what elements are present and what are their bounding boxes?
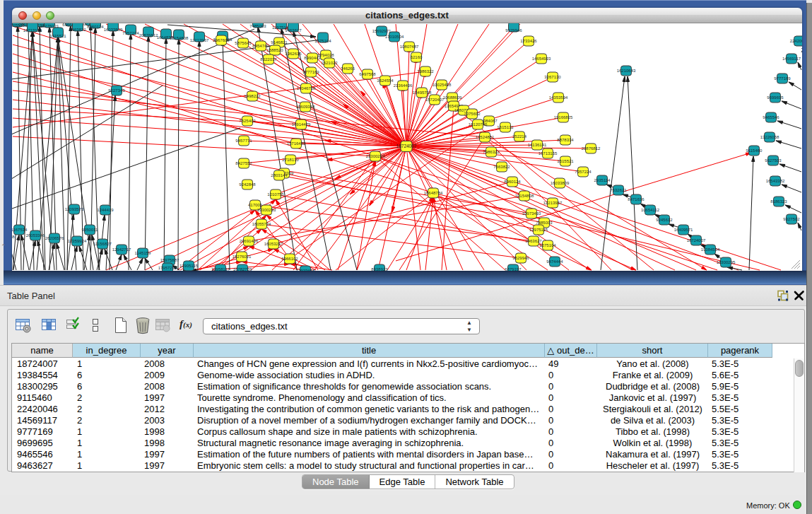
svg-text:1362615: 1362615 [285,52,302,56]
svg-text:11156827: 11156827 [93,242,112,246]
svg-text:6497568: 6497568 [359,72,376,76]
svg-text:13524851: 13524851 [476,135,495,139]
svg-text:7357224: 7357224 [575,170,592,174]
svg-text:1733426: 1733426 [520,39,537,43]
svg-text:18055724: 18055724 [252,222,271,226]
svg-text:9529946: 9529946 [505,28,522,33]
svg-text:2935114: 2935114 [594,178,611,182]
svg-text:3624554: 3624554 [377,78,394,83]
svg-text:16713155: 16713155 [539,151,558,156]
svg-text:1575104: 1575104 [314,39,331,43]
svg-text:19166825: 19166825 [554,115,573,119]
svg-text:9146821: 9146821 [271,40,288,45]
svg-text:16914479: 16914479 [292,122,311,127]
svg-text:1515521: 1515521 [49,34,66,38]
svg-text:1498222: 1498222 [244,94,261,98]
svg-text:252214: 252214 [512,134,527,139]
svg-text:15495798: 15495798 [413,90,432,95]
svg-text:1621022: 1621022 [321,61,338,65]
svg-text:8878334: 8878334 [557,138,574,142]
svg-text:26206576: 26206576 [45,236,64,240]
svg-text:9245612: 9245612 [656,218,673,222]
svg-text:9474444: 9474444 [546,259,563,264]
svg-text:14654933: 14654933 [532,57,551,61]
svg-text:20691406: 20691406 [240,239,259,243]
svg-text:23300293: 23300293 [366,154,385,158]
svg-text:10973493: 10973493 [522,211,541,216]
svg-text:20876812: 20876812 [139,33,158,37]
svg-text:16210643: 16210643 [617,69,636,73]
svg-text:18724007: 18724007 [687,238,706,243]
svg-text:22420046: 22420046 [790,39,802,43]
svg-text:9457771: 9457771 [235,139,252,143]
svg-text:14569117: 14569117 [782,57,801,61]
svg-text:62160: 62160 [411,55,423,59]
svg-text:9463627: 9463627 [285,28,302,33]
svg-text:2718170: 2718170 [282,158,299,162]
svg-text:417006: 417006 [248,203,263,207]
svg-text:7625402: 7625402 [239,119,256,123]
svg-text:16648784: 16648784 [424,191,443,195]
svg-text:16033809: 16033809 [551,181,570,185]
svg-text:18724007: 18724007 [396,144,417,148]
svg-text:9327502: 9327502 [783,217,800,221]
svg-text:7485003: 7485003 [249,24,266,28]
svg-text:8938923: 8938923 [371,267,388,271]
svg-text:2967608: 2967608 [213,38,230,42]
svg-text:17010504: 17010504 [385,35,404,39]
svg-text:2803144: 2803144 [271,173,288,177]
svg-text:10688609: 10688609 [443,95,462,100]
svg-text:7986322: 7986322 [483,150,500,154]
svg-text:16543382: 16543382 [766,179,785,183]
svg-text:9115460: 9115460 [746,148,763,153]
svg-text:21364436: 21364436 [394,83,413,88]
svg-text:15276021: 15276021 [233,255,252,259]
svg-text:3267130: 3267130 [544,75,561,79]
svg-text:20876812: 20876812 [582,146,601,151]
svg-text:1588520: 1588520 [266,48,283,52]
svg-text:8960124: 8960124 [87,25,104,29]
svg-text:7663822: 7663822 [493,165,510,169]
svg-text:15975887: 15975887 [160,258,180,262]
svg-text:15716485: 15716485 [287,141,306,146]
svg-text:15720407: 15720407 [425,98,445,102]
svg-text:12942717: 12942717 [112,247,131,252]
svg-text:9777169: 9777169 [774,76,791,81]
svg-text:12905115: 12905115 [180,264,199,268]
svg-text:12923468: 12923468 [296,269,315,271]
svg-text:1145159: 1145159 [135,251,152,255]
svg-text:16033809: 16033809 [104,28,123,32]
svg-text:8427552: 8427552 [235,161,252,165]
svg-text:5875645: 5875645 [235,41,252,45]
svg-text:9227343: 9227343 [108,88,125,93]
svg-text:12213967: 12213967 [190,38,209,42]
svg-text:7075692: 7075692 [464,112,481,116]
svg-text:16713155: 16713155 [23,28,42,33]
svg-text:7663822: 7663822 [69,28,86,32]
svg-text:10654112: 10654112 [641,208,660,212]
svg-text:16053267: 16053267 [264,242,283,246]
svg-text:18300295: 18300295 [717,260,736,264]
svg-text:1167534: 1167534 [12,228,28,232]
svg-text:10958117: 10958117 [211,267,230,271]
svg-text:7986322: 7986322 [417,69,434,74]
svg-text:12213967: 12213967 [543,201,563,205]
svg-text:9242848: 9242848 [239,182,256,187]
svg-text:6794028: 6794028 [317,53,334,57]
svg-text:12975115: 12975115 [529,228,548,232]
svg-text:15609348: 15609348 [296,105,315,109]
svg-text:16782759: 16782759 [233,267,252,271]
svg-text:1244419: 1244419 [97,208,114,212]
svg-text:1615132: 1615132 [497,125,514,129]
svg-text:12093573: 12093573 [65,207,84,211]
svg-text:16120746: 16120746 [469,122,488,127]
svg-text:26053346: 26053346 [26,233,45,238]
svg-text:15692971: 15692971 [372,29,392,33]
svg-text:8186323: 8186323 [770,199,787,204]
svg-text:10807487: 10807487 [400,45,419,49]
svg-text:9350011: 9350011 [82,228,99,232]
svg-text:6879197: 6879197 [505,267,522,271]
svg-text:9777169: 9777169 [302,70,319,74]
svg-text:9529946: 9529946 [512,256,529,260]
svg-text:10025438: 10025438 [433,83,452,87]
